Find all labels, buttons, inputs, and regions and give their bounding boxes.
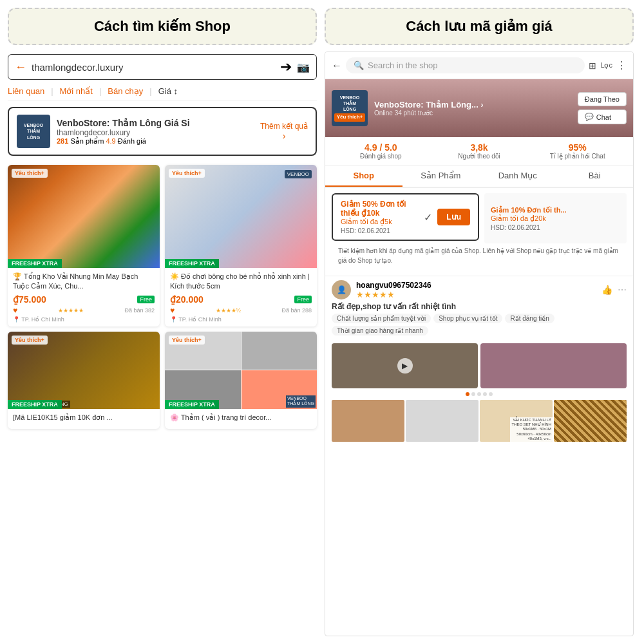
- discount-hsd-secondary: HSD: 02.06.2021: [491, 224, 620, 231]
- back-arrow-icon[interactable]: ←: [15, 61, 26, 74]
- stat-followers-label: Người theo dõi: [430, 153, 529, 160]
- like-icon[interactable]: 👍: [601, 285, 612, 295]
- prod-thumb-1[interactable]: [480, 343, 627, 388]
- product-title-2: [Mã LIE10K15 giảm 10K đơn ...: [13, 413, 155, 422]
- more-dots-icon[interactable]: ⋯: [618, 285, 627, 295]
- tab-gia[interactable]: Giá ↕: [158, 86, 178, 96]
- tab-shop[interactable]: Shop: [325, 166, 402, 187]
- filter-icon[interactable]: ⊞: [589, 61, 596, 71]
- stat-response: 95% Tỉ lệ phản hồi Chat: [528, 142, 627, 160]
- stat-response-value: 95%: [528, 142, 627, 153]
- loc-text: Lọc: [600, 61, 612, 70]
- discount-info-main: Giảm 50% Đơn tối thiểu ₫10k Giảm tối đa …: [341, 200, 424, 234]
- search-input[interactable]: [32, 62, 275, 73]
- bottom-prod-1[interactable]: [406, 400, 478, 442]
- dot-1: [471, 392, 475, 396]
- yeu-thich-badge-0: Yêu thích+: [12, 169, 48, 178]
- chat-button[interactable]: 💬 Chat: [578, 109, 627, 124]
- review-text: Rất đẹp,shop tư vấn rất nhiệt tình: [332, 302, 627, 311]
- free-label-1: Free: [294, 296, 312, 303]
- left-panel: Cách tìm kiếm Shop ← ➔ 📷 Liên quan | Mới…: [8, 8, 317, 636]
- reviewer-name: hoangvu0967502346: [356, 281, 431, 290]
- shop-logo-right: VENBOOTHẢMLÔNG Yêu thích+: [332, 90, 368, 126]
- prod-thumb-0[interactable]: ▶: [332, 343, 478, 388]
- discount-card-main: Giảm 50% Đơn tối thiểu ₫10k Giảm tối đa …: [332, 193, 479, 241]
- shop-online: Online 34 phút trước: [374, 109, 571, 117]
- tab-san-pham[interactable]: Sản Phẩm: [402, 166, 480, 187]
- right-back-btn[interactable]: ←: [332, 60, 342, 71]
- product-price-0: ₫75.000: [13, 294, 46, 305]
- shop-result-url: thamlongdecor.luxury: [57, 128, 190, 137]
- product-location-1: 📍 TP. Hồ Chí Minh: [170, 316, 312, 323]
- product-bottom-row-0: ♥ ★★★★★ Đã bán 382: [13, 306, 155, 315]
- tab-bai[interactable]: Bài: [556, 166, 634, 187]
- shop-header-buttons: Đang Theo 💬 Chat: [578, 92, 627, 124]
- stat-followers-value: 3,8k: [430, 142, 529, 153]
- product-info-1: ☀️ Đồ chơi bông cho bé nhỏ nhỏ xinh xinh…: [165, 268, 317, 327]
- tab-danh-muc[interactable]: Danh Mục: [479, 166, 556, 187]
- product-sold-0: Đã bán 382: [124, 307, 155, 314]
- product-price-1: ₫20.000: [170, 294, 204, 305]
- heart-icon-1[interactable]: ♥: [170, 306, 175, 315]
- camera-icon[interactable]: 📷: [297, 61, 310, 73]
- venboo-label-3: VENBOOTHẢM LÔNG: [286, 395, 316, 408]
- bottom-products: VẢI KHÚC THANH LÝTHEO SET NHƯ HÌNH50x1M6…: [325, 400, 633, 447]
- product-info-0: 🏆 Tổng Kho Vải Nhung Min May Bạch Tuộc C…: [8, 268, 160, 327]
- product-count-label: Sản phẩm: [70, 137, 104, 145]
- product-image-1: Yêu thích+ VENBOO FREESHIP XTRA: [165, 165, 317, 268]
- bottom-prod-0[interactable]: [332, 400, 404, 442]
- bottom-prod-2[interactable]: VẢI KHÚC THANH LÝTHEO SET NHƯ HÌNH50x1M6…: [480, 400, 553, 442]
- shop-stats: 4.9 / 5.0 Đánh giá shop 3,8k Người theo …: [325, 137, 633, 166]
- discount-title-secondary: Giảm 10% Đơn tối th...: [491, 206, 620, 214]
- right-content: ← 🔍 Search in the shop ⊞ Lọc ⋮ VENBOOTHẢ…: [325, 52, 634, 636]
- tab-lien-quan[interactable]: Liên quan: [8, 86, 44, 96]
- search-bar: ← ➔ 📷: [8, 54, 317, 80]
- bottom-prod-3[interactable]: [554, 400, 627, 442]
- filter-tabs: Liên quan | Mới nhất | Bán chạy | Giá ↕: [8, 86, 317, 100]
- yeu-thich-badge-3: Yêu thích+: [169, 336, 205, 345]
- product-sold-1: Đã bán 288: [281, 307, 312, 314]
- search-icon: 🔍: [354, 61, 364, 70]
- product-title-1: ☀️ Đồ chơi bông cho bé nhỏ nhỏ xinh xinh…: [170, 272, 312, 292]
- follow-button[interactable]: Đang Theo: [578, 92, 627, 106]
- checkmark-icon: ✓: [424, 211, 432, 223]
- freeship-badge-1: FREESHIP XTRA: [165, 259, 219, 268]
- dot-4: [489, 392, 493, 396]
- product-card-0[interactable]: Yêu thích+ FREESHIP XTRA 🏆 Tổng Kho Vải …: [8, 165, 160, 327]
- product-grid: Yêu thích+ FREESHIP XTRA 🏆 Tổng Kho Vải …: [8, 165, 317, 429]
- reviewer-avatar: 👤: [332, 280, 351, 299]
- discount-title-main: Giảm 50% Đơn tối thiểu ₫10k: [341, 200, 424, 218]
- product-card-1[interactable]: Yêu thích+ VENBOO FREESHIP XTRA ☀️ Đồ ch…: [165, 165, 317, 327]
- shop-header: VENBOOTHẢMLÔNG Yêu thích+ VenboStore: Th…: [325, 79, 633, 137]
- venboo-label-1: VENBOO: [285, 170, 312, 178]
- discount-sub-main: Giảm tối đa ₫5k: [341, 218, 424, 226]
- search-box-right[interactable]: 🔍 Search in the shop: [346, 57, 585, 73]
- shop-logo: VENBOOTHẢMLÔNG: [17, 115, 50, 148]
- tab-ban-chay[interactable]: Bán chạy: [108, 86, 143, 96]
- stat-rating-label: Đánh giá shop: [332, 153, 430, 160]
- product-info-3: 🌸 Thảm ( vải ) trang trí decor...: [165, 409, 317, 429]
- product-price-row-0: ₫75.000 Free: [13, 294, 155, 305]
- product-location-0: 📍 TP. Hồ Chí Minh: [13, 316, 155, 323]
- review-tags: Chất lượng sản phẩm tuyệt vời Shop phục …: [332, 314, 627, 336]
- them-ket-qua-btn[interactable]: Thêm kết quả ›: [260, 122, 308, 141]
- review-section: 👤 hoangvu0967502346 ★★★★★ 👍 ⋯ Rất đẹp,sh…: [325, 276, 633, 343]
- tab-moi-nhat[interactable]: Mới nhất: [60, 86, 93, 96]
- product-card-3[interactable]: VENBOOTHẢM LÔNG Yêu thích+ FREESHIP XTRA…: [165, 332, 317, 429]
- search-placeholder: Search in the shop: [368, 61, 437, 70]
- shop-result-left: VENBOOTHẢMLÔNG VenboStore: Thảm Lông Giá…: [17, 115, 190, 148]
- free-label-0: Free: [137, 296, 155, 303]
- product-stars-0: ★★★★★: [58, 307, 84, 314]
- dots-row: [325, 392, 633, 396]
- reviewer-stars: ★★★★★: [356, 290, 431, 299]
- shop-result-card[interactable]: VENBOOTHẢMLÔNG VenboStore: Thảm Lông Giá…: [8, 107, 317, 156]
- discount-section: Giảm 50% Đơn tối thiểu ₫10k Giảm tối đa …: [325, 188, 633, 276]
- product-card-2[interactable]: Yêu thích+ FREESHIP XTRA THẢM LÔNG VAI L…: [8, 332, 160, 429]
- right-top-bar: ← 🔍 Search in the shop ⊞ Lọc ⋮: [325, 52, 633, 79]
- shop-header-info: VenboStore: Thảm Lông... › Online 34 phú…: [374, 100, 571, 117]
- more-icon[interactable]: ⋮: [616, 59, 627, 71]
- product-info-2: [Mã LIE10K15 giảm 10K đơn ...: [8, 409, 160, 429]
- save-discount-btn[interactable]: Lưu: [437, 209, 470, 225]
- heart-icon-0[interactable]: ♥: [13, 306, 17, 315]
- play-btn[interactable]: ▶: [397, 358, 413, 374]
